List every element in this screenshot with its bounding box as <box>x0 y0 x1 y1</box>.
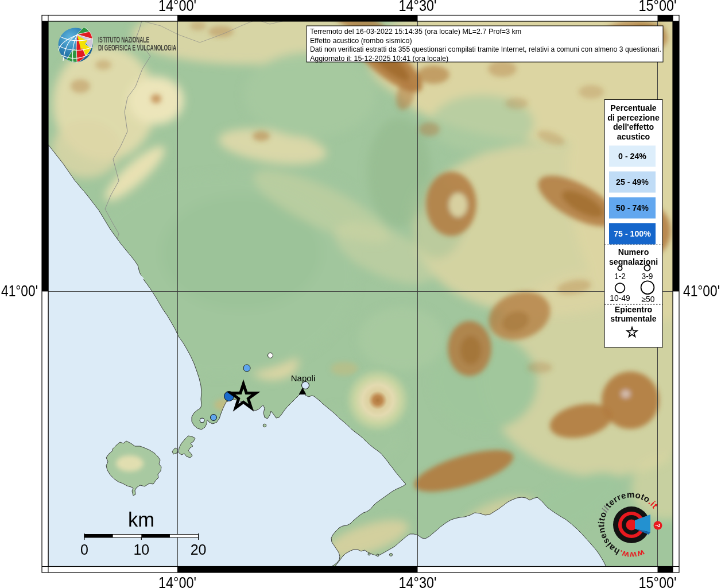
svg-text:Napoli: Napoli <box>291 373 316 383</box>
svg-text:14°00': 14°00' <box>158 0 196 14</box>
svg-text:DI GEOFISICA E VULCANOLOGIA: DI GEOFISICA E VULCANOLOGIA <box>98 44 176 52</box>
svg-text:?: ? <box>654 524 661 528</box>
svg-text:dell'effetto: dell'effetto <box>613 122 654 131</box>
svg-text:14°00': 14°00' <box>158 574 196 588</box>
svg-text:14°30': 14°30' <box>399 0 437 14</box>
svg-text:50 - 74%: 50 - 74% <box>616 203 649 212</box>
svg-text:Numero: Numero <box>618 247 649 257</box>
svg-text:Aggiornato il: 15-12-2025 10:4: Aggiornato il: 15-12-2025 10:41 (ora loc… <box>310 55 448 63</box>
svg-text:20: 20 <box>191 541 207 558</box>
svg-text:14°30': 14°30' <box>399 574 437 588</box>
svg-text:di percezione: di percezione <box>607 113 660 122</box>
svg-text:acustico: acustico <box>617 132 650 141</box>
svg-text:41°00': 41°00' <box>1 282 38 300</box>
svg-text:Percentuale: Percentuale <box>610 103 657 113</box>
svg-text:segnalazioni: segnalazioni <box>609 257 658 266</box>
svg-text:10-49: 10-49 <box>610 294 630 303</box>
svg-text:10: 10 <box>133 541 149 558</box>
svg-text:Terremoto del 16-03-2022 15:14: Terremoto del 16-03-2022 15:14:35 (ora l… <box>310 28 521 36</box>
svg-text:15°00': 15°00' <box>639 574 677 588</box>
svg-text:km: km <box>128 509 154 531</box>
svg-text:Epicentro: Epicentro <box>615 305 653 314</box>
svg-text:1-2: 1-2 <box>614 272 626 281</box>
svg-text:≥50: ≥50 <box>642 295 655 304</box>
svg-text:Effetto acustico (rombo sismic: Effetto acustico (rombo sismico) <box>310 37 412 45</box>
svg-text:strumentale: strumentale <box>610 314 657 323</box>
svg-text:25 - 49%: 25 - 49% <box>616 177 649 187</box>
svg-text:15°00': 15°00' <box>639 0 677 14</box>
svg-text:41°00': 41°00' <box>683 282 720 300</box>
svg-text:75 - 100%: 75 - 100% <box>614 229 651 238</box>
svg-text:0 - 24%: 0 - 24% <box>618 152 646 161</box>
svg-text:Dati non verificati estratti d: Dati non verificati estratti da 355 ques… <box>310 45 661 53</box>
svg-text:0: 0 <box>80 541 88 558</box>
svg-text:3-9: 3-9 <box>642 272 653 281</box>
